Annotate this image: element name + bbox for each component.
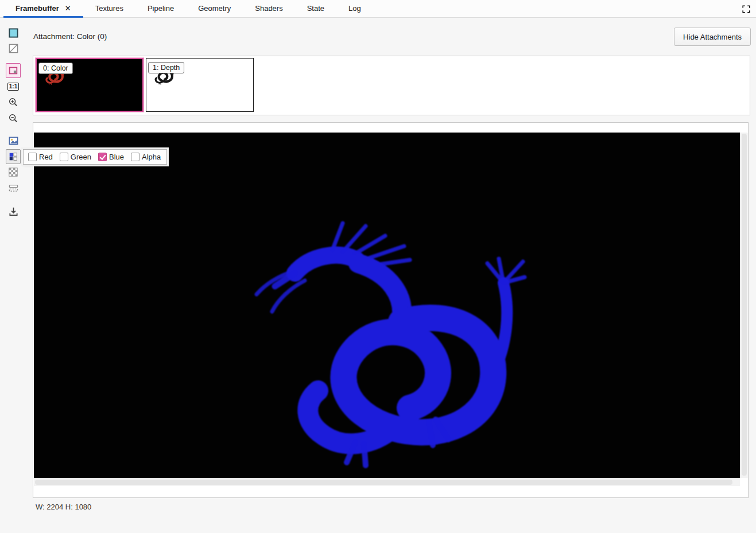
zoom-out-button[interactable] [6,111,21,126]
channel-checkbox-red[interactable] [28,153,37,161]
attachments-strip: 0: Color 1: Depth [33,56,750,115]
channel-checkbox-blue[interactable] [98,153,107,161]
one-to-one-icon: 1:1 [7,83,19,91]
channels-button[interactable] [6,149,21,164]
no-background-button[interactable] [6,41,21,56]
alpha-checkerboard-button[interactable] [6,165,21,180]
horizontal-scrollbar-thumb[interactable] [35,480,732,485]
tab-shaders[interactable]: Shaders [243,0,294,18]
channels-icon [8,151,18,162]
fit-to-window-icon [8,65,18,76]
tab-bar: Framebuffer ✕ Textures Pipeline Geometry… [0,0,756,18]
fit-to-window-button[interactable] [6,63,21,78]
save-image-button[interactable] [6,204,21,219]
background-color-button[interactable] [6,25,21,40]
attachment-thumb-depth[interactable]: 1: Depth [146,58,254,112]
vertical-scrollbar[interactable] [740,133,748,478]
tab-geometry[interactable]: Geometry [186,0,243,18]
background-color-icon [8,28,19,38]
channel-option-red[interactable]: Red [28,153,53,161]
viewport-panel [33,122,749,498]
diagonal-slash-icon [8,43,19,54]
tab-pipeline[interactable]: Pipeline [135,0,186,18]
image-icon [8,135,19,146]
viewer-tool-sidebar: 1:1 [6,25,22,427]
fullscreen-icon[interactable] [740,3,753,15]
attachment-thumb-color[interactable]: 0: Color [36,58,144,112]
attachment-badge: 1: Depth [148,62,184,73]
hide-attachments-button[interactable]: Hide Attachments [674,28,751,46]
range-bars-button[interactable] [6,180,21,195]
channel-option-green[interactable]: Green [60,153,91,161]
channel-checkbox-alpha[interactable] [131,153,139,161]
attachment-label: Attachment: Color (0) [33,32,107,41]
attachment-badge: 0: Color [38,63,73,74]
tab-framebuffer[interactable]: Framebuffer ✕ [3,0,83,18]
tab-textures[interactable]: Textures [83,0,135,18]
tab-state[interactable]: State [295,0,336,18]
one-to-one-button[interactable]: 1:1 [6,79,21,94]
channel-select-popup: Red Green Blue Alpha [23,149,167,165]
vertical-scrollbar-thumb[interactable] [742,134,747,476]
image-dimensions-status: W: 2204 H: 1080 [36,503,91,511]
image-view-button[interactable] [6,133,21,148]
channel-checkbox-green[interactable] [60,153,68,161]
zoom-in-button[interactable] [6,95,21,110]
tab-log[interactable]: Log [336,0,373,18]
channel-option-blue[interactable]: Blue [98,153,124,161]
framebuffer-image-blue-channel [34,133,740,478]
zoom-in-icon [8,97,18,107]
horizontal-bars-icon [8,182,19,193]
zoom-out-icon [8,113,18,123]
channel-option-alpha[interactable]: Alpha [131,153,161,161]
checkerboard-icon [8,167,18,177]
save-image-icon [8,206,19,217]
close-tab-icon[interactable]: ✕ [65,5,71,12]
framebuffer-canvas[interactable] [34,133,740,478]
framebuffer-viewer-window: Framebuffer ✕ Textures Pipeline Geometry… [0,0,756,533]
horizontal-scrollbar[interactable] [34,478,740,486]
tab-label: Framebuffer [15,4,59,13]
